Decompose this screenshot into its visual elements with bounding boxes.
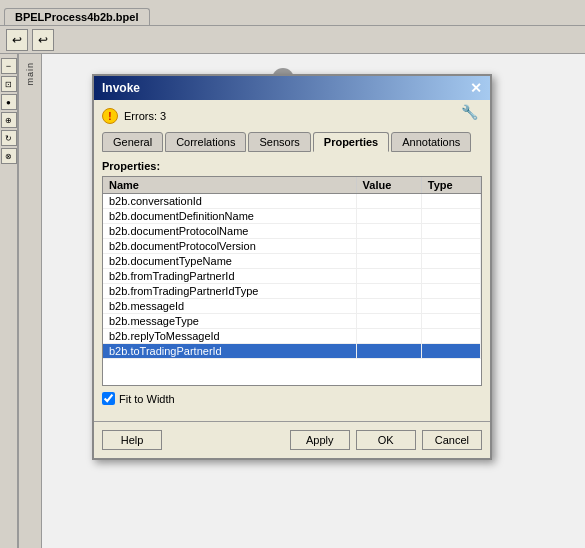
wrench-area: 🔧 [461,104,478,120]
invoke-dialog: Invoke ✕ 🔧 ! Errors: 3 [92,74,492,460]
cell-name: b2b.toTradingPartnerId [103,344,356,359]
col-header-name: Name [103,177,356,194]
cell-value [356,269,421,284]
table-row[interactable]: b2b.toTradingPartnerId [103,344,481,359]
cell-value [356,284,421,299]
table-row[interactable]: b2b.messageType [103,314,481,329]
properties-table: Name Value Type b2b.conversationIdb2b.do… [103,177,481,359]
cell-value [356,299,421,314]
cell-name: b2b.conversationId [103,194,356,209]
cell-value [356,254,421,269]
cell-value [356,329,421,344]
table-row[interactable]: b2b.documentProtocolName [103,224,481,239]
cell-name: b2b.replyToMessageId [103,329,356,344]
table-row[interactable]: b2b.fromTradingPartnerId [103,269,481,284]
fit-to-width-checkbox[interactable] [102,392,115,405]
ok-button[interactable]: OK [356,430,416,450]
sidebar-tool-4[interactable]: ↻ [1,130,17,146]
table-row[interactable]: b2b.messageId [103,299,481,314]
canvas-area: Invoke ✕ 🔧 ! Errors: 3 [42,54,585,548]
error-text: Errors: 3 [124,110,166,122]
cell-type [421,269,480,284]
cell-name: b2b.messageType [103,314,356,329]
cell-type [421,194,480,209]
cell-value [356,194,421,209]
sidebar-collapse[interactable]: − [1,58,17,74]
properties-label: Properties: [102,160,482,172]
table-row[interactable]: b2b.replyToMessageId [103,329,481,344]
cell-type [421,254,480,269]
dialog-tabs: General Correlations Sensors Properties … [102,132,482,152]
fit-to-width-container: Fit to Width [102,392,482,405]
sidebar: − ⊡ ● ⊕ ↻ ⊗ [0,54,18,548]
error-icon: ! [102,108,118,124]
cell-value [356,209,421,224]
cell-value [356,224,421,239]
apply-button[interactable]: Apply [290,430,350,450]
cell-value [356,239,421,254]
col-header-value: Value [356,177,421,194]
cell-type [421,239,480,254]
error-banner: ! Errors: 3 [102,108,482,124]
sidebar-tool-1[interactable]: ⊡ [1,76,17,92]
properties-table-container[interactable]: Name Value Type b2b.conversationIdb2b.do… [102,176,482,386]
canvas-label: main [25,62,35,86]
cell-name: b2b.messageId [103,299,356,314]
cancel-button[interactable]: Cancel [422,430,482,450]
cell-name: b2b.documentTypeName [103,254,356,269]
dialog-body: 🔧 ! Errors: 3 General Correlations Senso… [94,100,490,413]
help-button[interactable]: Help [102,430,162,450]
cell-type [421,299,480,314]
cell-name: b2b.fromTradingPartnerIdType [103,284,356,299]
dialog-footer: Help Apply OK Cancel [94,421,490,458]
table-row[interactable]: b2b.fromTradingPartnerIdType [103,284,481,299]
cell-type [421,344,480,359]
cell-value [356,344,421,359]
toolbar: ↩ ↩ [0,26,585,54]
cell-type [421,314,480,329]
cell-type [421,284,480,299]
main-layout: − ⊡ ● ⊕ ↻ ⊗ main Invoke ✕ [0,54,585,548]
cell-type [421,209,480,224]
tab-bar: BPELProcess4b2b.bpel [0,0,585,26]
table-row[interactable]: b2b.documentTypeName [103,254,481,269]
table-row[interactable]: b2b.documentDefinitionName [103,209,481,224]
cell-name: b2b.documentProtocolVersion [103,239,356,254]
tab-sensors[interactable]: Sensors [248,132,310,152]
col-header-type: Type [421,177,480,194]
dialog-title: Invoke [102,81,140,95]
sidebar-tool-3[interactable]: ⊕ [1,112,17,128]
cell-type [421,224,480,239]
fit-to-width-label[interactable]: Fit to Width [119,393,175,405]
tab-correlations[interactable]: Correlations [165,132,246,152]
dialog-close-button[interactable]: ✕ [470,80,482,96]
cell-name: b2b.fromTradingPartnerId [103,269,356,284]
side-tools: main [18,54,42,548]
tab-properties[interactable]: Properties [313,132,389,152]
cell-name: b2b.documentProtocolName [103,224,356,239]
tab-annotations[interactable]: Annotations [391,132,471,152]
wrench-icon[interactable]: 🔧 [461,104,478,120]
table-row[interactable]: b2b.conversationId [103,194,481,209]
dialog-titlebar: Invoke ✕ [94,76,490,100]
cell-name: b2b.documentDefinitionName [103,209,356,224]
main-tab[interactable]: BPELProcess4b2b.bpel [4,8,150,25]
sidebar-tool-5[interactable]: ⊗ [1,148,17,164]
tab-general[interactable]: General [102,132,163,152]
cell-value [356,314,421,329]
toolbar-btn-1[interactable]: ↩ [6,29,28,51]
table-row[interactable]: b2b.documentProtocolVersion [103,239,481,254]
toolbar-btn-2[interactable]: ↩ [32,29,54,51]
sidebar-tool-2[interactable]: ● [1,94,17,110]
cell-type [421,329,480,344]
footer-right-buttons: Apply OK Cancel [290,430,482,450]
